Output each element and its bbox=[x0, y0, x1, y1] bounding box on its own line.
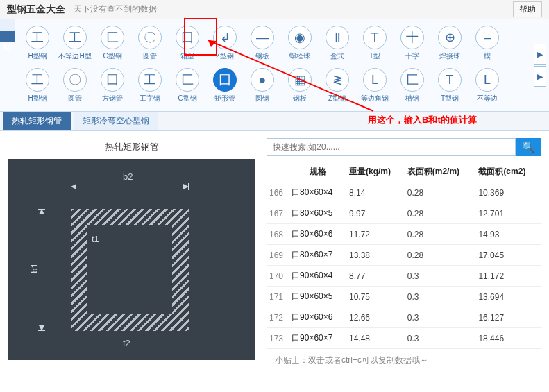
ribbon-T型[interactable]: TT型 bbox=[358, 24, 391, 63]
right-pane: 🔍 规格 重量(kg/m) 表面积(m2/m) 截面积(cm2) 166口80×… bbox=[264, 131, 549, 366]
sub-tabs: 热轧矩形钢管 矩形冷弯空心型钢 bbox=[0, 112, 549, 131]
row-weight: 10.75 bbox=[346, 287, 405, 307]
ribbon-圆钢[interactable]: ●圆钢 bbox=[246, 66, 279, 105]
ribbon-scroll-right-1[interactable]: ▶ bbox=[534, 44, 546, 65]
spec-table: 规格 重量(kg/m) 表面积(m2/m) 截面积(cm2) 166口80×60… bbox=[267, 162, 541, 349]
table-row[interactable]: 170口90×60×48.770.311.172 bbox=[267, 266, 541, 287]
ribbon-label: 矩形管 bbox=[214, 94, 235, 103]
row-spec: 口80×60×7 bbox=[289, 245, 346, 266]
side-tab-profile[interactable]: 型材 bbox=[0, 31, 15, 42]
row-spec: 口80×60×5 bbox=[289, 203, 346, 224]
col-spec: 规格 bbox=[289, 162, 346, 182]
ribbon-label: 螺栓球 bbox=[289, 51, 310, 61]
col-section: 截面积(cm2) bbox=[475, 162, 541, 182]
ribbon-label: Z型钢 bbox=[216, 51, 234, 61]
ribbon-icon: 匚 bbox=[400, 68, 424, 92]
ribbon-工字钢[interactable]: 工工字钢 bbox=[133, 66, 167, 105]
table-row[interactable]: 169口80×60×713.380.2817.045 bbox=[267, 245, 541, 266]
ribbon-icon: 工 bbox=[26, 26, 49, 49]
ribbon-槽钢[interactable]: 匚槽钢 bbox=[396, 66, 429, 105]
table-row[interactable]: 166口80×60×48.140.2810.369 bbox=[267, 182, 541, 203]
row-idx: 166 bbox=[267, 182, 289, 203]
ribbon-焊接球[interactable]: ⊕焊接球 bbox=[433, 24, 466, 63]
ribbon-矩形管[interactable]: 囗矩形管 bbox=[208, 66, 242, 105]
app-title: 型钢五金大全 bbox=[7, 3, 65, 16]
ribbon-label: Z型钢 bbox=[328, 94, 346, 103]
row-weight: 11.72 bbox=[346, 224, 405, 245]
ribbon-label: H型钢 bbox=[28, 51, 47, 61]
table-row[interactable]: 168口80×60×611.720.2814.93 bbox=[267, 224, 541, 245]
dim-t1: t1 bbox=[92, 234, 99, 244]
ribbon-H型钢[interactable]: 工H型钢 bbox=[21, 24, 54, 63]
row-idx: 173 bbox=[267, 328, 289, 349]
row-section: 11.172 bbox=[475, 266, 541, 287]
row-surface: 0.3 bbox=[405, 328, 476, 349]
row-surface: 0.28 bbox=[405, 224, 476, 245]
search-button[interactable]: 🔍 bbox=[516, 138, 541, 156]
ribbon-不等边H型[interactable]: 工不等边H型 bbox=[58, 24, 92, 63]
row-idx: 170 bbox=[267, 266, 289, 287]
row-weight: 8.77 bbox=[346, 266, 405, 287]
ribbon-螺栓球[interactable]: ◉螺栓球 bbox=[283, 24, 316, 63]
ribbon-C型钢[interactable]: 匚C型钢 bbox=[171, 66, 204, 105]
row-section: 14.93 bbox=[475, 224, 541, 245]
ribbon-icon: 工 bbox=[63, 26, 87, 49]
ribbon-icon: 〇 bbox=[138, 26, 162, 49]
ribbon-Z型钢[interactable]: ≷Z型钢 bbox=[321, 66, 354, 105]
side-tab-weld[interactable]: 焊接 bbox=[0, 19, 15, 31]
row-idx: 169 bbox=[267, 245, 289, 266]
row-section: 16.127 bbox=[475, 307, 541, 328]
ribbon-icon: 匚 bbox=[176, 68, 199, 92]
ribbon-楔[interactable]: –楔 bbox=[471, 24, 504, 63]
ribbon-钢板[interactable]: —钢板 bbox=[246, 24, 279, 63]
row-surface: 0.3 bbox=[405, 287, 476, 307]
row-weight: 9.97 bbox=[346, 203, 405, 224]
ribbon-圆管[interactable]: 〇圆管 bbox=[133, 24, 167, 63]
ribbon-箱型[interactable]: 囗箱型 bbox=[171, 24, 204, 63]
ribbon-圆管[interactable]: 〇圆管 bbox=[58, 66, 92, 105]
row-weight: 13.38 bbox=[346, 245, 405, 266]
ribbon-icon: T bbox=[438, 68, 462, 92]
ribbon-scroll-right-2[interactable]: ▶ bbox=[534, 66, 546, 87]
ribbon-等边角钢[interactable]: L等边角钢 bbox=[358, 66, 391, 105]
table-row[interactable]: 167口80×60×59.970.2812.701 bbox=[267, 203, 541, 224]
ribbon-label: H型钢 bbox=[28, 94, 47, 103]
row-spec: 口80×60×4 bbox=[289, 182, 346, 203]
ribbon-T型钢[interactable]: TT型钢 bbox=[433, 66, 466, 105]
ribbon-C型钢[interactable]: 匚C型钢 bbox=[96, 24, 129, 63]
ribbon-Z型钢[interactable]: ↲Z型钢 bbox=[208, 24, 242, 63]
row-section: 10.369 bbox=[475, 182, 541, 203]
row-weight: 14.48 bbox=[346, 328, 405, 349]
table-row[interactable]: 172口90×60×612.660.316.127 bbox=[267, 307, 541, 328]
ribbon-H型钢[interactable]: 工H型钢 bbox=[21, 66, 54, 105]
tab-cold-bent[interactable]: 矩形冷弯空心型钢 bbox=[74, 111, 158, 130]
ribbon: 焊接 型材 工H型钢工不等边H型匚C型钢〇圆管囗箱型↲Z型钢—钢板◉螺栓球Ⅱ盒式… bbox=[0, 19, 549, 112]
ribbon-不等边[interactable]: L不等边 bbox=[471, 66, 504, 105]
ribbon-icon: T bbox=[363, 26, 387, 49]
ribbon-label: 焊接球 bbox=[439, 51, 460, 61]
ribbon-label: T型钢 bbox=[441, 94, 459, 103]
ribbon-icon: — bbox=[251, 26, 274, 49]
ribbon-盒式[interactable]: Ⅱ盒式 bbox=[321, 24, 354, 63]
row-weight: 8.14 bbox=[346, 182, 405, 203]
ribbon-钢板[interactable]: ▦钢板 bbox=[283, 66, 316, 105]
table-row[interactable]: 171口90×60×510.750.313.694 bbox=[267, 287, 541, 307]
tab-hot-rolled[interactable]: 热轧矩形钢管 bbox=[3, 111, 71, 130]
row-weight: 12.66 bbox=[346, 307, 405, 328]
ribbon-label: 不等边 bbox=[477, 94, 498, 103]
ribbon-icon: 工 bbox=[138, 68, 162, 92]
search-input[interactable] bbox=[267, 138, 516, 156]
help-button[interactable]: 帮助 bbox=[513, 1, 542, 17]
ribbon-label: 钢板 bbox=[293, 94, 307, 103]
ribbon-方钢管[interactable]: 囗方钢管 bbox=[96, 66, 129, 105]
row-section: 13.694 bbox=[475, 287, 541, 307]
table-row[interactable]: 173口90×60×714.480.318.446 bbox=[267, 328, 541, 349]
ribbon-icon: L bbox=[475, 68, 499, 92]
row-surface: 0.3 bbox=[405, 307, 476, 328]
icon-grid: 工H型钢工不等边H型匚C型钢〇圆管囗箱型↲Z型钢—钢板◉螺栓球Ⅱ盒式TT型十十字… bbox=[15, 19, 531, 111]
dim-b1: b1 bbox=[29, 263, 40, 273]
ribbon-十字[interactable]: 十十字 bbox=[396, 24, 429, 63]
row-idx: 172 bbox=[267, 307, 289, 328]
ribbon-icon: ▦ bbox=[288, 68, 312, 92]
ribbon-label: 圆钢 bbox=[255, 94, 269, 103]
